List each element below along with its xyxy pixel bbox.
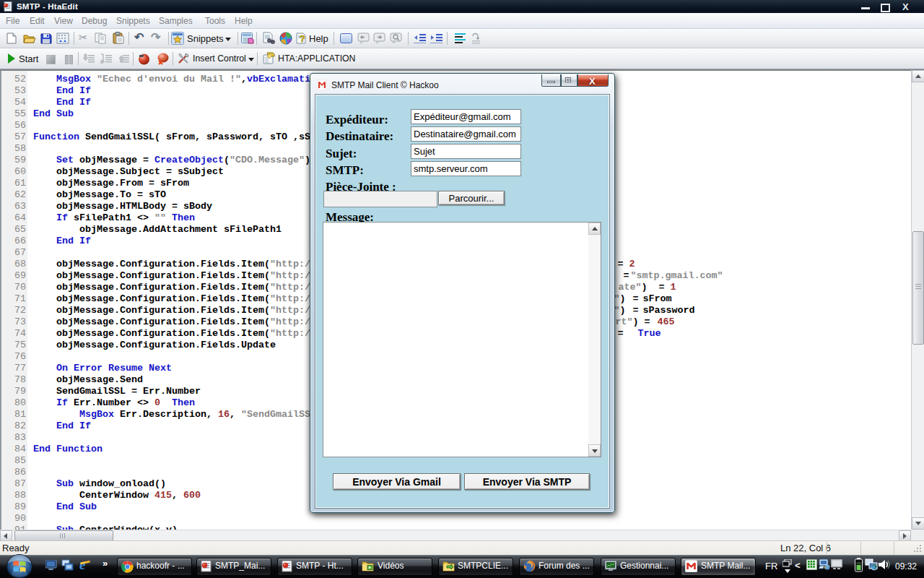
svg-text:?: ? (300, 33, 305, 44)
